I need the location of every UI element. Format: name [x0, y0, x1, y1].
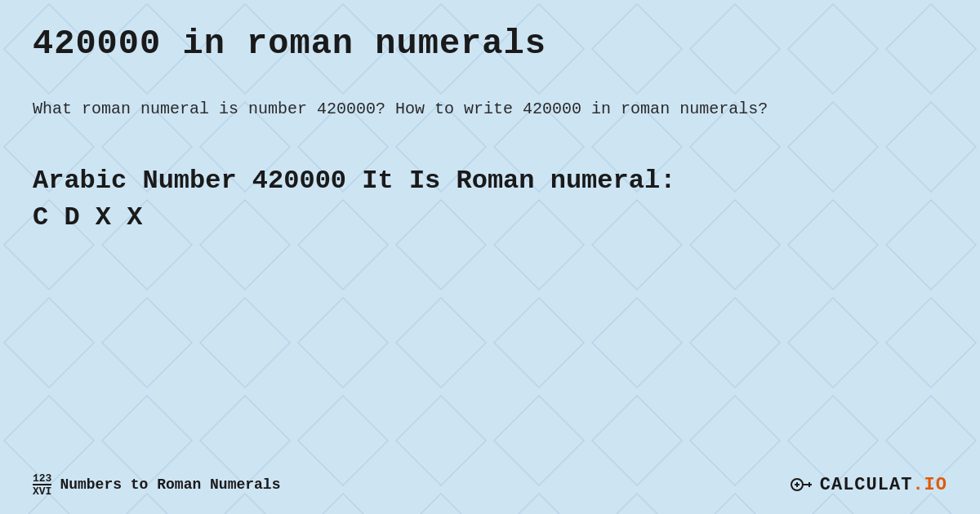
main-content: 420000 in roman numerals What roman nume…: [0, 0, 980, 294]
footer-right[interactable]: CALCULAT.IO: [789, 472, 947, 498]
page-title: 420000 in roman numerals: [33, 24, 947, 64]
brand-tld: .IO: [912, 475, 947, 495]
logo-bottom-numeral: XVI: [33, 484, 51, 497]
result-line2: C D X X: [33, 202, 142, 233]
brand-name: CALCULAT.IO: [820, 475, 947, 495]
footer-site-title: Numbers to Roman Numerals: [60, 476, 280, 493]
footer-left: 123 XVI Numbers to Roman Numerals: [33, 473, 280, 497]
brand-text: CALCULAT: [820, 475, 913, 495]
result-line1: Arabic Number 420000 It Is Roman numeral…: [33, 166, 675, 196]
result-text: Arabic Number 420000 It Is Roman numeral…: [33, 163, 947, 237]
numbers-logo-icon: 123 XVI: [33, 473, 51, 497]
description-text: What roman numeral is number 420000? How…: [33, 96, 931, 122]
footer: 123 XVI Numbers to Roman Numerals CALCUL…: [33, 472, 947, 498]
result-section: Arabic Number 420000 It Is Roman numeral…: [33, 163, 947, 237]
calculator-icon: [789, 472, 815, 498]
logo-top-number: 123: [33, 473, 51, 484]
